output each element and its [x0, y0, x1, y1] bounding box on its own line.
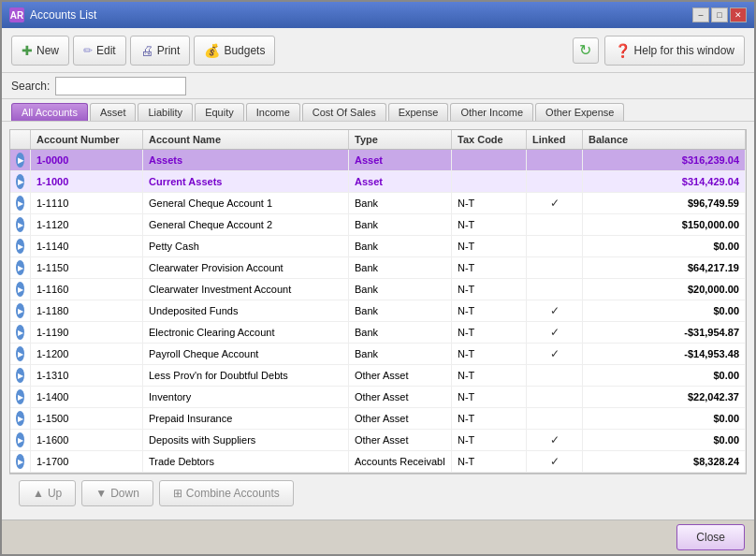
- app-icon: AR: [9, 7, 24, 22]
- table-row[interactable]: ▶1-1500Prepaid InsuranceOther AssetN-T$0…: [10, 408, 746, 430]
- account-name-cell: Undeposited Funds: [143, 300, 349, 321]
- tax-code-cell: N-T: [452, 279, 527, 300]
- nav-cell[interactable]: ▶: [10, 451, 31, 472]
- nav-cell[interactable]: ▶: [10, 171, 31, 192]
- linked-cell: ✓: [527, 451, 583, 472]
- nav-cell[interactable]: ▶: [10, 387, 31, 407]
- table-row[interactable]: ▶1-1140Petty CashBankN-T$0.00: [10, 236, 746, 257]
- combine-accounts-button[interactable]: ⊞ Combine Accounts: [159, 480, 294, 506]
- table-row[interactable]: ▶1-1110General Cheque Account 1BankN-T✓$…: [10, 193, 746, 214]
- table-row[interactable]: ▶1-1000Current AssetsAsset$314,429.04: [10, 171, 746, 193]
- balance-cell: -$14,953.48: [583, 344, 746, 364]
- combine-label: Combine Accounts: [186, 487, 280, 500]
- linked-cell: [527, 171, 583, 192]
- nav-arrow-icon[interactable]: ▶: [16, 153, 24, 168]
- table-row[interactable]: ▶1-1400InventoryOther AssetN-T$22,042.37: [10, 387, 746, 408]
- edit-button[interactable]: ✏ Edit: [73, 36, 126, 66]
- footer-bar: Close: [2, 519, 754, 554]
- budgets-label: Budgets: [224, 44, 265, 57]
- nav-cell[interactable]: ▶: [10, 150, 31, 170]
- nav-arrow-icon[interactable]: ▶: [16, 325, 24, 340]
- nav-arrow-icon[interactable]: ▶: [16, 411, 24, 426]
- help-button[interactable]: ❓ Help for this window: [604, 36, 745, 66]
- refresh-button[interactable]: ↻: [573, 37, 599, 64]
- nav-arrow-icon[interactable]: ▶: [16, 389, 24, 404]
- down-button[interactable]: ▼ Down: [81, 480, 153, 506]
- table-row[interactable]: ▶1-1160Clearwater Investment AccountBank…: [10, 279, 746, 300]
- table-row[interactable]: ▶1-1120General Cheque Account 2BankN-T$1…: [10, 214, 746, 236]
- type-cell: Other Asset: [349, 430, 452, 450]
- tab-cost-of-sales[interactable]: Cost Of Sales: [302, 103, 386, 121]
- nav-cell[interactable]: ▶: [10, 430, 31, 450]
- minimize-button[interactable]: –: [692, 7, 709, 22]
- maximize-button[interactable]: □: [711, 7, 728, 22]
- balance-cell: $22,042.37: [583, 387, 746, 407]
- help-label: Help for this window: [634, 44, 734, 57]
- table-row[interactable]: ▶1-1190Electronic Clearing AccountBankN-…: [10, 322, 746, 344]
- edit-icon: ✏: [83, 44, 93, 57]
- tab-asset[interactable]: Asset: [90, 103, 137, 121]
- budgets-button[interactable]: 💰 Budgets: [194, 36, 275, 66]
- nav-cell[interactable]: ▶: [10, 322, 31, 343]
- new-icon: ✚: [22, 43, 33, 58]
- nav-cell[interactable]: ▶: [10, 193, 31, 213]
- linked-cell: [527, 214, 583, 235]
- table-row[interactable]: ▶1-1310Less Prov'n for Doubtful DebtsOth…: [10, 365, 746, 387]
- nav-arrow-icon[interactable]: ▶: [16, 454, 24, 469]
- type-cell: Bank: [349, 344, 452, 364]
- balance-cell: $20,000.00: [583, 279, 746, 300]
- search-input[interactable]: [55, 77, 186, 95]
- up-button[interactable]: ▲ Up: [19, 480, 76, 506]
- tab-asset-label: Asset: [100, 107, 126, 118]
- title-bar-left: AR Accounts List: [9, 7, 96, 22]
- nav-cell[interactable]: ▶: [10, 214, 31, 235]
- nav-arrow-icon[interactable]: ▶: [16, 368, 24, 383]
- tab-liability[interactable]: Liability: [138, 103, 193, 121]
- tab-all-accounts[interactable]: All Accounts: [11, 103, 88, 121]
- nav-cell[interactable]: ▶: [10, 344, 31, 364]
- tab-expense[interactable]: Expense: [388, 103, 449, 121]
- nav-arrow-icon[interactable]: ▶: [16, 282, 24, 297]
- tab-income[interactable]: Income: [246, 103, 300, 121]
- close-button[interactable]: Close: [676, 524, 745, 550]
- account-name-cell: Trade Debtors: [143, 451, 349, 472]
- table-row[interactable]: ▶1-1150Clearwater Provision AccountBankN…: [10, 257, 746, 279]
- nav-arrow-icon[interactable]: ▶: [16, 303, 24, 318]
- nav-arrow-icon[interactable]: ▶: [16, 239, 24, 254]
- tab-equity[interactable]: Equity: [195, 103, 244, 121]
- tax-code-cell: [452, 150, 527, 170]
- account-number-cell: 1-1120: [31, 214, 143, 235]
- balance-cell: $8,328.24: [583, 451, 746, 472]
- window-close-button[interactable]: ✕: [730, 7, 747, 22]
- nav-cell[interactable]: ▶: [10, 365, 31, 386]
- linked-cell: ✓: [527, 344, 583, 364]
- nav-cell[interactable]: ▶: [10, 279, 31, 300]
- nav-arrow-icon[interactable]: ▶: [16, 196, 24, 211]
- nav-cell[interactable]: ▶: [10, 300, 31, 321]
- linked-cell: [527, 279, 583, 300]
- nav-arrow-icon[interactable]: ▶: [16, 432, 24, 447]
- table-row[interactable]: ▶1-1180Undeposited FundsBankN-T✓$0.00: [10, 300, 746, 322]
- nav-arrow-icon[interactable]: ▶: [16, 260, 24, 275]
- nav-arrow-icon[interactable]: ▶: [16, 217, 24, 232]
- tab-other-income[interactable]: Other Income: [450, 103, 533, 121]
- tab-other-expense[interactable]: Other Expense: [535, 103, 624, 121]
- nav-cell[interactable]: ▶: [10, 257, 31, 278]
- table-row[interactable]: ▶1-1600Deposits with SuppliersOther Asse…: [10, 430, 746, 451]
- nav-arrow-icon[interactable]: ▶: [16, 174, 24, 189]
- account-name-cell: Petty Cash: [143, 236, 349, 256]
- nav-cell[interactable]: ▶: [10, 408, 31, 429]
- type-cell: Bank: [349, 322, 452, 343]
- tax-code-cell: N-T: [452, 214, 527, 235]
- nav-arrow-icon[interactable]: ▶: [16, 346, 24, 361]
- print-button[interactable]: 🖨 Print: [130, 36, 191, 66]
- nav-cell[interactable]: ▶: [10, 236, 31, 256]
- new-button[interactable]: ✚ New: [11, 36, 69, 66]
- type-cell: Asset: [349, 150, 452, 170]
- account-name-cell: Electronic Clearing Account: [143, 322, 349, 343]
- table-row[interactable]: ▶1-1200Payroll Cheque AccountBankN-T✓-$1…: [10, 344, 746, 365]
- table-row[interactable]: ▶1-1700Trade DebtorsAccounts ReceivablN-…: [10, 451, 746, 473]
- tab-other-expense-label: Other Expense: [545, 107, 614, 118]
- table-row[interactable]: ▶1-0000AssetsAsset$316,239.04: [10, 150, 746, 171]
- toolbar-right: ↻ ❓ Help for this window: [573, 36, 745, 66]
